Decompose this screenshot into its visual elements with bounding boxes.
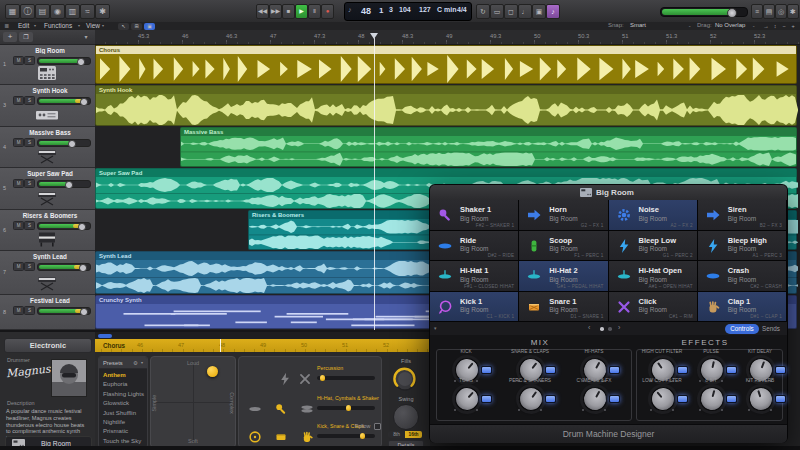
note-repeat-icon[interactable]: ≈	[80, 4, 95, 19]
pointer-tool-icon[interactable]: ↖	[118, 23, 129, 30]
knob-led-button[interactable]	[726, 366, 737, 374]
solo-button[interactable]: S	[24, 306, 35, 315]
knob-led-button[interactable]	[481, 395, 492, 403]
preset-item-glowstick[interactable]: Glowstick	[103, 399, 129, 406]
track-header-big-room[interactable]: 1Big RoomMS	[0, 45, 95, 85]
track-volume-slider[interactable]	[37, 97, 91, 106]
duplicate-track-button[interactable]: ❐	[19, 32, 33, 42]
apple-loops-icon[interactable]: ✱	[95, 4, 110, 19]
slider-handle[interactable]	[320, 375, 326, 381]
track-volume-thumb[interactable]	[68, 140, 76, 148]
edit-menu[interactable]: Edit	[18, 22, 29, 29]
pad-siren[interactable]: SirenBig RoomB2 – FX 3	[698, 200, 787, 231]
master-volume-slider[interactable]	[660, 7, 748, 17]
preset-item-anthem[interactable]: Anthem	[103, 371, 126, 378]
knob-led-button[interactable]	[677, 366, 688, 374]
track-volume-slider[interactable]	[37, 180, 91, 189]
catch-playhead-icon[interactable]: →	[762, 22, 770, 30]
knob-led-button[interactable]	[481, 366, 492, 374]
preset-item-prismatic[interactable]: Prismatic	[103, 427, 128, 434]
tab-controls[interactable]: Controls	[725, 324, 759, 334]
slider-handle[interactable]	[346, 405, 352, 411]
replace-icon[interactable]: ◻	[504, 4, 518, 19]
mute-button[interactable]: M	[13, 138, 24, 147]
list-editors-icon[interactable]: ≡	[751, 4, 763, 19]
knob-led-button[interactable]	[775, 366, 786, 374]
preset-item-flashing-lights[interactable]: Flashing Lights	[103, 390, 144, 397]
media-browser-icon[interactable]: ▤	[763, 4, 775, 19]
skip-cycle-icon[interactable]: ▭	[490, 4, 504, 19]
forward-button[interactable]: ▶▶	[269, 4, 282, 19]
knob-led-button[interactable]	[609, 395, 620, 403]
fills-knob[interactable]	[392, 366, 418, 392]
knob-led-button[interactable]	[609, 366, 620, 374]
pager-prev-icon[interactable]: ‹	[588, 324, 590, 331]
pad-noise[interactable]: NoiseBig RoomA2 – FX 2	[609, 200, 698, 231]
preset-item-euphoria[interactable]: Euphoria	[103, 380, 127, 387]
solo-button[interactable]: S	[24, 262, 35, 271]
slider-track[interactable]	[317, 406, 375, 410]
track-volume-thumb[interactable]	[65, 181, 73, 189]
mixer-icon[interactable]: ▤	[35, 4, 50, 19]
dmd-title-bar[interactable]: Big Room	[430, 185, 787, 201]
track-header-menu-button[interactable]: ▾	[80, 32, 92, 42]
swing-label[interactable]: Swing	[384, 396, 428, 402]
library-header-button[interactable]: Electronic	[4, 338, 92, 353]
xy-pad[interactable]: LoudSoftSimpleComplex	[150, 356, 236, 448]
pager-dot-active[interactable]	[600, 327, 604, 331]
pause-button[interactable]: Ⅱ	[308, 4, 321, 19]
solo-button[interactable]: S	[24, 221, 35, 230]
knob-led-button[interactable]	[775, 395, 786, 403]
playhead-line[interactable]	[374, 38, 375, 330]
search-icon[interactable]: ◎	[775, 4, 787, 19]
solo-button[interactable]: S	[24, 179, 35, 188]
pad-shaker-1[interactable]: Shaker 1Big RoomF#2 – SHAKER 1	[430, 200, 519, 231]
pad-kick-1[interactable]: Kick 1Big RoomC1 – KICK 1	[430, 292, 519, 323]
catch-icon[interactable]: ▣	[144, 23, 155, 30]
knob-led-button[interactable]	[677, 395, 688, 403]
mute-button[interactable]: M	[13, 179, 24, 188]
settings-icon[interactable]: ✱	[787, 4, 799, 19]
track-volume-slider[interactable]	[37, 307, 91, 316]
mute-button[interactable]: M	[13, 96, 24, 105]
track-volume-thumb[interactable]	[77, 58, 85, 66]
pad-hi-hat-2[interactable]: Hi-Hat 2Big RoomG#1 – PEDAL HIHAT	[519, 261, 608, 292]
rewind-button[interactable]: ◀◀	[256, 4, 269, 19]
xy-puck[interactable]	[207, 366, 218, 377]
tuner-icon[interactable]: ♪	[546, 4, 560, 19]
pad-horn[interactable]: HornBig RoomG2 – FX 1	[519, 200, 608, 231]
record-button[interactable]: ●	[321, 4, 334, 19]
track-volume-slider[interactable]	[37, 263, 91, 272]
smart-controls-icon[interactable]: ◉	[50, 4, 65, 19]
fills-label[interactable]: Fills	[384, 358, 428, 364]
tab-sends[interactable]: Sends	[762, 325, 780, 332]
follow-checkbox[interactable]	[374, 423, 381, 430]
track-header-synth-hook[interactable]: 3Synth HookMS	[0, 85, 95, 127]
track-header-synth-lead[interactable]: 7Synth LeadMS	[0, 251, 95, 295]
stop-button[interactable]: ■	[282, 4, 295, 19]
display-icon[interactable]: ▦	[5, 4, 20, 19]
drummer-region-bar[interactable]: Chorus46474849505152	[95, 339, 430, 352]
track-header-super-saw-pad[interactable]: 5Super Saw PadMS	[0, 168, 95, 210]
track-header-festival-lead[interactable]: 8Festival LeadMS	[0, 295, 95, 330]
presets-gear-icon[interactable]: ⚙	[133, 360, 138, 366]
track-volume-slider[interactable]	[37, 222, 91, 231]
solo-button[interactable]: S	[24, 138, 35, 147]
pad-click[interactable]: ClickBig RoomC#1 – RIM	[609, 292, 698, 323]
preset-item-just-shufflin[interactable]: Just Shufflin	[103, 409, 136, 416]
editors-icon[interactable]: ▥	[65, 4, 80, 19]
count-in-icon[interactable]: ▣	[532, 4, 546, 19]
solo-button[interactable]: S	[24, 56, 35, 65]
pad-bleep-low[interactable]: Bleep LowBig RoomG1 – PERC 2	[609, 231, 698, 262]
editor-active-tab[interactable]	[98, 334, 112, 338]
mute-button[interactable]: M	[13, 306, 24, 315]
region-synth-hook[interactable]: Synth Hook	[95, 85, 797, 126]
view-menu[interactable]: View	[86, 22, 100, 29]
pad-bleep-high[interactable]: Bleep HighBig RoomA1 – PERC 3	[698, 231, 787, 262]
pad-snare-1[interactable]: Snare 1Big RoomD1 – SNARE 1	[519, 292, 608, 323]
knob-led-button[interactable]	[545, 395, 556, 403]
lcd-display[interactable]: ♪4813104127C min4/4	[344, 2, 472, 21]
track-volume-slider[interactable]	[37, 139, 91, 148]
preset-item-nightlife[interactable]: Nightlife	[103, 418, 125, 425]
track-volume-slider[interactable]	[37, 57, 91, 66]
